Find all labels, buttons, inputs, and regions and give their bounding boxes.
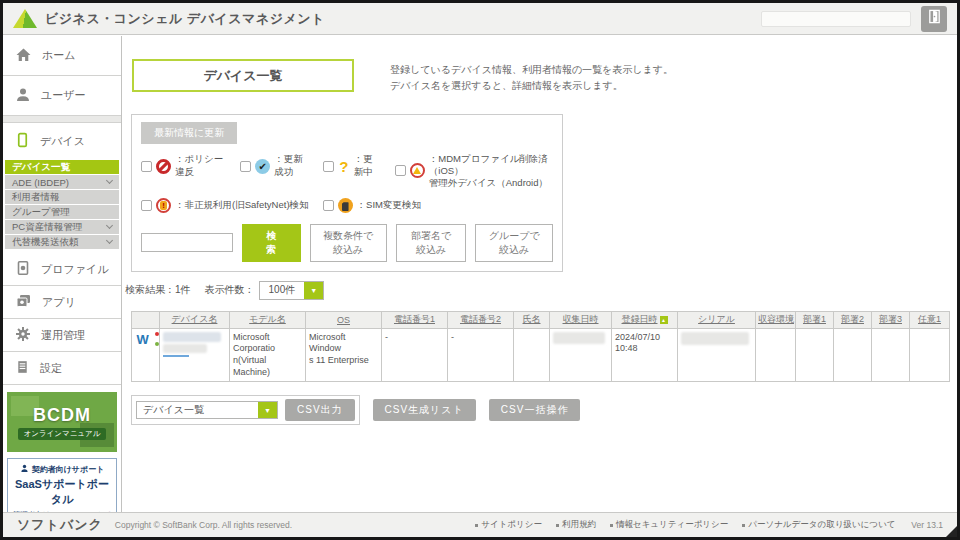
updating-checkbox[interactable] xyxy=(323,161,334,172)
column-header-collected[interactable]: 収集日時 xyxy=(550,311,612,328)
search-input[interactable] xyxy=(141,233,233,252)
submenu-replacement-device[interactable]: 代替機発送依頼 xyxy=(5,235,119,249)
dept2-cell xyxy=(834,328,872,382)
refresh-button[interactable]: 最新情報に更新 xyxy=(141,122,237,144)
column-header-dept2[interactable]: 部署2 xyxy=(834,311,872,328)
serial-cell xyxy=(678,328,756,382)
sidebar-item-settings[interactable]: 設定 xyxy=(3,352,121,385)
collected-date-blurred xyxy=(553,332,605,344)
footer-link-site-policy[interactable]: サイトポリシー xyxy=(475,519,542,531)
csv-batch-button[interactable]: CSV一括操作 xyxy=(489,399,581,421)
device-status-cell: W xyxy=(132,328,160,382)
column-header-environment[interactable]: 収容環境 xyxy=(756,311,796,328)
filter-updating: ：更新中 xyxy=(323,153,381,179)
unauthorized-use-checkbox[interactable] xyxy=(141,200,152,211)
column-header-os[interactable]: OS xyxy=(306,311,382,328)
submenu-pc-asset[interactable]: PC資産情報管理 xyxy=(5,220,119,234)
sidebar-item-operation[interactable]: 運用管理 xyxy=(3,319,121,352)
column-header-device-name[interactable]: デバイス名 xyxy=(160,311,230,328)
multi-condition-filter-button[interactable]: 複数条件で絞込み xyxy=(310,224,387,262)
csv-export-group: デバイス一覧 CSV出力 xyxy=(131,395,360,425)
group-filter-button[interactable]: グループで絞込み xyxy=(475,224,553,262)
device-table: デバイス名 モデル名 OS 電話番号1 電話番号2 氏名 収集日時 登録日時 シ… xyxy=(131,311,957,383)
environment-cell xyxy=(756,328,796,382)
footer: ソフトバンク Copyright © SoftBank Corp. All ri… xyxy=(3,512,957,537)
bullet-icon xyxy=(610,524,613,527)
csv-export-button[interactable]: CSV出力 xyxy=(285,399,355,421)
column-header-phone1[interactable]: 電話番号1 xyxy=(382,311,448,328)
footer-link-personal-data[interactable]: パーソナルデータの取り扱いについて xyxy=(742,519,895,531)
column-header-name[interactable]: 氏名 xyxy=(514,311,550,328)
os-cell: Microsoft Window s 11 Enterprise xyxy=(306,328,382,382)
status-green-dot-icon xyxy=(155,342,159,346)
sidebar-item-label: プロファイル xyxy=(41,262,109,277)
footer-link-terms[interactable]: 利用規約 xyxy=(556,519,596,531)
status-red-dot-icon xyxy=(155,332,159,336)
column-header-registered[interactable]: 登録日時 xyxy=(612,311,678,328)
sidebar-item-home[interactable]: ホーム xyxy=(3,36,121,76)
mdm-removed-checkbox[interactable] xyxy=(395,165,406,176)
column-header-dept3[interactable]: 部署3 xyxy=(872,311,910,328)
submenu-group-management[interactable]: グループ管理 xyxy=(5,205,119,219)
sidebar-item-apps[interactable]: アプリ xyxy=(3,286,121,319)
bullet-icon xyxy=(475,524,478,527)
footer-link-security-policy[interactable]: 情報セキュリティーポリシー xyxy=(610,519,728,531)
support-line1: 契約者向けサポート xyxy=(32,464,105,475)
column-header-serial[interactable]: シリアル xyxy=(678,311,756,328)
filter-policy-violation: ：ポリシー違反 xyxy=(141,153,226,179)
saas-support-banner[interactable]: 契約者向けサポート SaaSサポートポータル 管理者向けFAQ・フォームでの ヘ… xyxy=(7,458,117,512)
column-header-dept1[interactable]: 部署1 xyxy=(796,311,834,328)
sim-change-checkbox[interactable] xyxy=(323,200,334,211)
filter-panel: 最新情報に更新 ：ポリシー違反 ：更新成功 ：更新中 xyxy=(131,114,563,272)
chevron-down-icon xyxy=(258,402,277,418)
dept1-cell xyxy=(796,328,834,382)
sidebar-item-label: 運用管理 xyxy=(41,328,85,343)
export-target-select[interactable]: デバイス一覧 xyxy=(136,401,278,419)
prohibition-icon xyxy=(156,159,171,174)
submenu-user-info[interactable]: 利用者情報 xyxy=(5,190,119,204)
phone1-cell: - xyxy=(382,328,448,382)
home-icon xyxy=(15,47,32,65)
update-success-checkbox[interactable] xyxy=(240,161,251,172)
sidebar-item-user[interactable]: ユーザー xyxy=(3,76,121,116)
sidebar-item-device[interactable]: デバイス xyxy=(3,123,121,159)
column-header-custom1[interactable]: 任意1 xyxy=(910,311,950,328)
page-size-select[interactable]: 100件 xyxy=(259,281,325,300)
device-name-cell[interactable] xyxy=(160,328,230,382)
sidebar-item-label: デバイス xyxy=(40,134,85,149)
main-content: デバイス一覧 登録しているデバイス情報、利用者情報の一覧を表示します。 デバイス… xyxy=(123,36,957,512)
registered-cell: 2024/07/10 10:48 xyxy=(612,328,678,382)
column-header-model[interactable]: モデル名 xyxy=(230,311,306,328)
sidebar-divider xyxy=(3,116,121,123)
column-header-phone2[interactable]: 電話番号2 xyxy=(448,311,514,328)
submenu-ade-ibdep[interactable]: ADE (IBDEP) xyxy=(5,175,119,189)
sidebar-item-label: ユーザー xyxy=(41,88,86,103)
chevron-down-icon xyxy=(106,222,113,229)
version-text: Ver 13.1 xyxy=(911,520,943,530)
sidebar: ホーム ユーザー デバイス デバイス一覧 ADE (IBDEP) 利用者情報 xyxy=(3,36,122,512)
status-column-header xyxy=(132,311,160,328)
submenu-device-list[interactable]: デバイス一覧 xyxy=(5,160,119,174)
sidebar-item-profile[interactable]: プロファイル xyxy=(3,253,121,286)
custom1-cell xyxy=(910,328,950,382)
window-resize-corner-icon xyxy=(946,526,957,537)
device-name-blurred xyxy=(163,332,221,342)
user-id-blurred xyxy=(761,11,911,27)
search-button[interactable]: 検索 xyxy=(242,224,301,262)
device-name-blurred xyxy=(163,344,207,353)
bcdm-manual-banner[interactable]: BCDM オンラインマニュアル xyxy=(7,392,117,452)
table-row: W Microsoft Corporatio n(Virtual xyxy=(132,328,950,382)
filter-unauthorized-use: ! ：非正規利用(旧SafetyNet)検知 xyxy=(141,198,309,213)
app-title: ビジネス・コンシェル デバイスマネジメント xyxy=(45,10,325,28)
support-portal-title: SaaSサポートポータル xyxy=(10,477,114,507)
device-submenu: デバイス一覧 ADE (IBDEP) 利用者情報 グループ管理 PC資産情報管理… xyxy=(3,160,121,253)
policy-violation-checkbox[interactable] xyxy=(141,161,152,172)
device-icon xyxy=(15,132,30,150)
copyright-text: Copyright © SoftBank Corp. All rights re… xyxy=(115,520,292,530)
brand-logo-icon xyxy=(13,9,37,28)
bcdm-banner-title: BCDM xyxy=(33,405,91,426)
logout-button[interactable] xyxy=(921,6,947,32)
csv-list-button[interactable]: CSV生成リスト xyxy=(373,399,476,421)
department-filter-button[interactable]: 部署名で絞込み xyxy=(396,224,467,262)
model-cell: Microsoft Corporatio n(Virtual Machine) xyxy=(230,328,306,382)
